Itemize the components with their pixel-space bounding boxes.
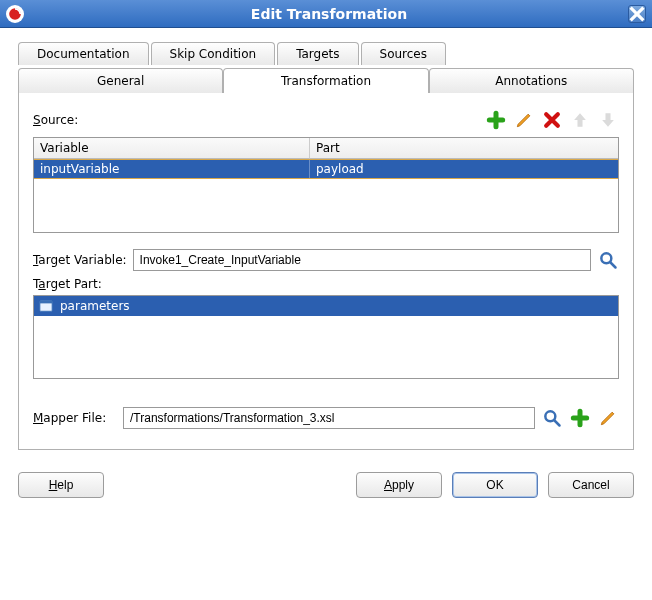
help-button[interactable]: Help — [18, 472, 104, 498]
svg-rect-3 — [40, 301, 52, 304]
titlebar: Edit Transformation — [0, 0, 652, 28]
cancel-button[interactable]: Cancel — [548, 472, 634, 498]
tab-transformation[interactable]: Transformation — [223, 68, 428, 93]
source-table-header: Variable Part — [34, 138, 618, 159]
move-up-icon — [569, 109, 591, 131]
list-item-label: parameters — [60, 299, 130, 313]
list-item[interactable]: parameters — [34, 296, 618, 316]
tabs-row-lower: General Transformation Annotations — [18, 68, 634, 93]
source-header-row: Source: — [33, 109, 619, 131]
source-table[interactable]: Variable Part inputVariable payload — [33, 137, 619, 233]
app-icon — [6, 5, 24, 23]
target-variable-field[interactable] — [133, 249, 591, 271]
cell-variable: inputVariable — [34, 160, 310, 178]
browse-target-variable-icon[interactable] — [597, 249, 619, 271]
dialog-body: Documentation Skip Condition Targets Sou… — [0, 28, 652, 462]
mapper-file-field[interactable] — [123, 407, 535, 429]
tab-sources[interactable]: Sources — [361, 42, 446, 65]
add-mapper-icon[interactable] — [569, 407, 591, 429]
column-header-variable[interactable]: Variable — [34, 138, 310, 159]
ok-button[interactable]: OK — [452, 472, 538, 498]
target-variable-row: Target Variable: — [33, 249, 619, 271]
delete-icon[interactable] — [541, 109, 563, 131]
apply-button[interactable]: Apply — [356, 472, 442, 498]
edit-icon[interactable] — [513, 109, 535, 131]
button-bar: Help Apply OK Cancel — [0, 462, 652, 512]
dialog-title: Edit Transformation — [30, 6, 628, 22]
move-down-icon — [597, 109, 619, 131]
mapper-file-label: Mapper File: — [33, 411, 117, 425]
source-toolbar — [485, 109, 619, 131]
source-label: Source: — [33, 113, 78, 127]
target-variable-label: Target Variable: — [33, 253, 127, 267]
tab-documentation[interactable]: Documentation — [18, 42, 149, 65]
cell-part: payload — [310, 160, 618, 178]
target-part-list[interactable]: parameters — [33, 295, 619, 379]
close-button[interactable] — [628, 5, 646, 23]
target-part-section: Target Part: parameters — [33, 277, 619, 379]
parameters-icon — [38, 298, 54, 314]
tab-skip-condition[interactable]: Skip Condition — [151, 42, 276, 65]
add-icon[interactable] — [485, 109, 507, 131]
tab-annotations[interactable]: Annotations — [429, 68, 634, 93]
edit-mapper-icon[interactable] — [597, 407, 619, 429]
tab-panel-transformation: Source: — [18, 92, 634, 450]
column-header-part[interactable]: Part — [310, 138, 618, 159]
tab-targets[interactable]: Targets — [277, 42, 358, 65]
browse-mapper-icon[interactable] — [541, 407, 563, 429]
tabs-row-upper: Documentation Skip Condition Targets Sou… — [18, 42, 634, 65]
table-row[interactable]: inputVariable payload — [34, 159, 618, 179]
mapper-file-row: Mapper File: — [33, 407, 619, 429]
target-part-label: Target Part: — [33, 277, 102, 291]
tab-general[interactable]: General — [18, 68, 223, 93]
